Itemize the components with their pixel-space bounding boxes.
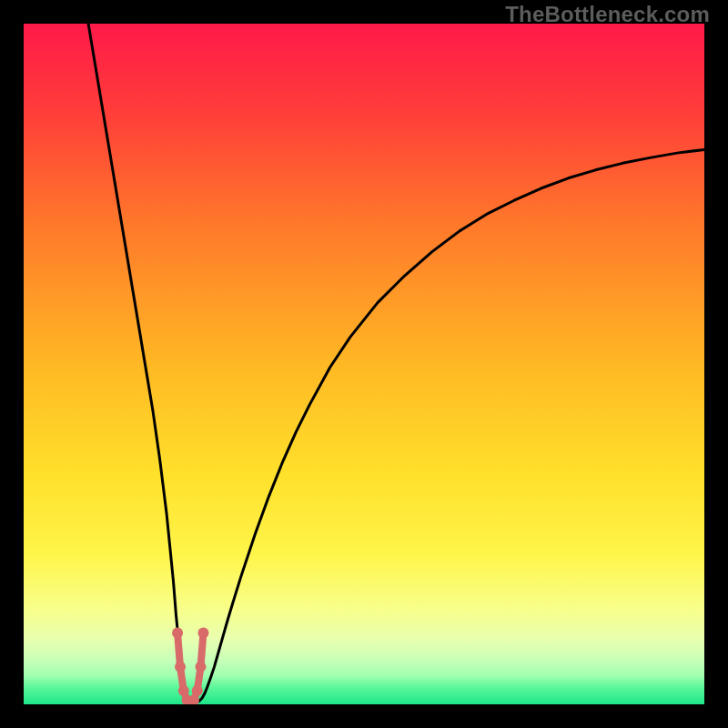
marker-dot — [197, 627, 208, 638]
marker-dot — [178, 685, 189, 696]
marker-dot — [195, 662, 206, 672]
marker-dot — [175, 662, 186, 672]
bottleneck-curve — [24, 24, 704, 704]
marker-dot — [192, 685, 203, 696]
watermark-text: TheBottleneck.com — [505, 2, 710, 27]
plot-area — [24, 24, 704, 704]
marker-dot — [172, 627, 183, 638]
frame: TheBottleneck.com — [0, 0, 728, 728]
